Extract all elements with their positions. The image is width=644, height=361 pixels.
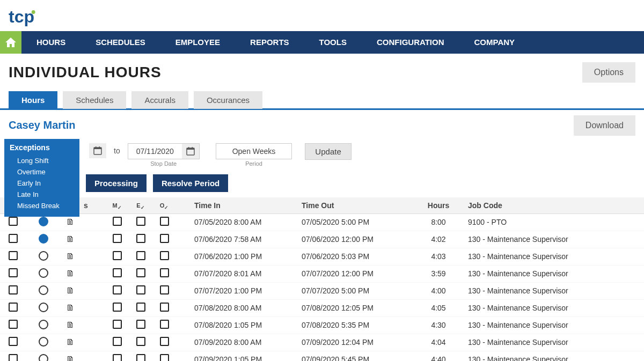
note-icon[interactable] [39, 234, 48, 244]
row-checkbox[interactable] [9, 354, 18, 361]
o-checkbox[interactable] [160, 268, 169, 277]
o-checkbox[interactable] [160, 337, 169, 346]
period-select[interactable]: Open Weeks [216, 143, 292, 159]
e-checkbox[interactable] [136, 268, 145, 277]
time-in-cell: 07/06/2020 1:00 PM [194, 252, 302, 261]
exception-late-in[interactable]: Late In [10, 189, 74, 200]
document-icon[interactable]: 🗎 [66, 337, 75, 347]
e-checkbox[interactable] [136, 320, 145, 329]
note-icon[interactable] [39, 303, 48, 312]
m-checkbox[interactable] [113, 320, 122, 329]
hours-cell: 4:40 [409, 355, 468, 361]
e-checkbox[interactable] [136, 234, 145, 243]
exception-missed-break[interactable]: Missed Break [10, 200, 74, 211]
m-checkbox[interactable] [113, 337, 122, 346]
options-button[interactable]: Options [582, 62, 635, 83]
m-checkbox[interactable] [113, 285, 122, 294]
o-checkbox[interactable] [160, 303, 169, 312]
update-button[interactable]: Update [305, 143, 351, 160]
hours-table: s M✓ E✓ O✓ Time In Time Out Hours Job Co… [0, 197, 644, 361]
e-checkbox[interactable] [136, 285, 145, 294]
filter-row: Exceptions Long ShiftOvertimeEarly InLat… [0, 141, 644, 172]
o-checkbox[interactable] [160, 234, 169, 243]
nav-item-configuration[interactable]: CONFIGURATION [362, 31, 459, 54]
tab-accurals[interactable]: Accurals [131, 91, 188, 109]
resolve-period-button[interactable]: Resolve Period [153, 174, 228, 192]
nav-item-tools[interactable]: TOOLS [304, 31, 362, 54]
m-checkbox[interactable] [113, 303, 122, 312]
e-checkbox[interactable] [136, 303, 145, 312]
o-checkbox[interactable] [160, 354, 169, 361]
note-icon[interactable] [39, 320, 48, 329]
o-checkbox[interactable] [160, 320, 169, 329]
job-code-cell: 130 - Maintenance Supervisor [468, 235, 635, 244]
exception-early-in[interactable]: Early In [10, 178, 74, 189]
m-checkbox[interactable] [113, 217, 122, 226]
e-checkbox[interactable] [136, 354, 145, 361]
note-icon[interactable] [39, 217, 48, 226]
col-time-in: Time In [194, 201, 302, 210]
hours-cell: 4:02 [409, 235, 468, 244]
row-checkbox[interactable] [9, 234, 18, 243]
row-checkbox[interactable] [9, 337, 18, 346]
m-checkbox[interactable] [113, 268, 122, 277]
o-checkbox[interactable] [160, 217, 169, 226]
document-icon[interactable]: 🗎 [66, 252, 75, 261]
svg-rect-7 [192, 147, 193, 149]
e-checkbox[interactable] [136, 217, 145, 226]
e-checkbox[interactable] [136, 251, 145, 260]
job-code-cell: 130 - Maintenance Supervisor [468, 304, 635, 312]
document-icon[interactable]: 🗎 [66, 355, 75, 361]
document-icon[interactable]: 🗎 [66, 286, 75, 296]
nav-item-hours[interactable]: HOURS [21, 31, 80, 54]
note-icon[interactable] [39, 268, 48, 278]
nav-item-schedules[interactable]: SCHEDULES [80, 31, 160, 54]
document-icon[interactable]: 🗎 [66, 320, 75, 330]
document-icon[interactable]: 🗎 [66, 269, 75, 278]
tab-hours[interactable]: Hours [9, 91, 57, 109]
exceptions-title: Exceptions [10, 143, 74, 152]
nav-item-reports[interactable]: REPORTS [235, 31, 304, 54]
time-in-cell: 07/09/2020 8:00 AM [194, 338, 302, 347]
note-icon[interactable] [39, 251, 48, 261]
m-checkbox[interactable] [113, 354, 122, 361]
document-icon[interactable]: 🗎 [66, 217, 75, 227]
navbar: HOURSSCHEDULESEMPLOYEEREPORTSTOOLSCONFIG… [0, 31, 644, 54]
download-button[interactable]: Download [574, 115, 635, 136]
stop-date-box [128, 143, 200, 159]
e-checkbox[interactable] [136, 337, 145, 346]
table-row: 🗎07/07/2020 8:01 AM07/07/2020 12:00 PM3:… [0, 266, 644, 283]
row-checkbox[interactable] [9, 320, 18, 329]
row-checkbox[interactable] [9, 217, 18, 226]
home-icon[interactable] [0, 31, 21, 54]
o-checkbox[interactable] [160, 251, 169, 260]
document-icon[interactable]: 🗎 [66, 234, 75, 244]
start-calendar-icon[interactable] [89, 143, 106, 158]
note-icon[interactable] [39, 285, 48, 295]
exception-overtime[interactable]: Overtime [10, 166, 74, 178]
m-checkbox[interactable] [113, 251, 122, 260]
tab-occurances[interactable]: Occurances [194, 91, 262, 109]
stop-date-input[interactable] [128, 144, 182, 159]
processing-button[interactable]: Processing [86, 174, 147, 192]
table-row: 🗎07/09/2020 8:00 AM07/09/2020 12:04 PM4:… [0, 334, 644, 351]
table-header: s M✓ E✓ O✓ Time In Time Out Hours Job Co… [0, 197, 644, 214]
stop-calendar-icon[interactable] [182, 144, 199, 159]
exceptions-menu[interactable]: Exceptions Long ShiftOvertimeEarly InLat… [4, 139, 79, 217]
row-checkbox[interactable] [9, 303, 18, 312]
hours-cell: 3:59 [409, 269, 468, 278]
m-checkbox[interactable] [113, 234, 122, 243]
tab-schedules[interactable]: Schedules [63, 91, 126, 109]
row-checkbox[interactable] [9, 285, 18, 294]
svg-rect-3 [99, 146, 100, 148]
document-icon[interactable]: 🗎 [66, 303, 75, 313]
note-icon[interactable] [39, 337, 48, 347]
row-checkbox[interactable] [9, 251, 18, 260]
nav-item-employee[interactable]: EMPLOYEE [160, 31, 235, 54]
note-icon[interactable] [39, 354, 48, 361]
nav-item-company[interactable]: COMPANY [459, 31, 530, 54]
table-row: 🗎07/08/2020 8:00 AM07/08/2020 12:05 PM4:… [0, 300, 644, 317]
exception-long-shift[interactable]: Long Shift [10, 155, 74, 166]
row-checkbox[interactable] [9, 268, 18, 277]
o-checkbox[interactable] [160, 285, 169, 294]
